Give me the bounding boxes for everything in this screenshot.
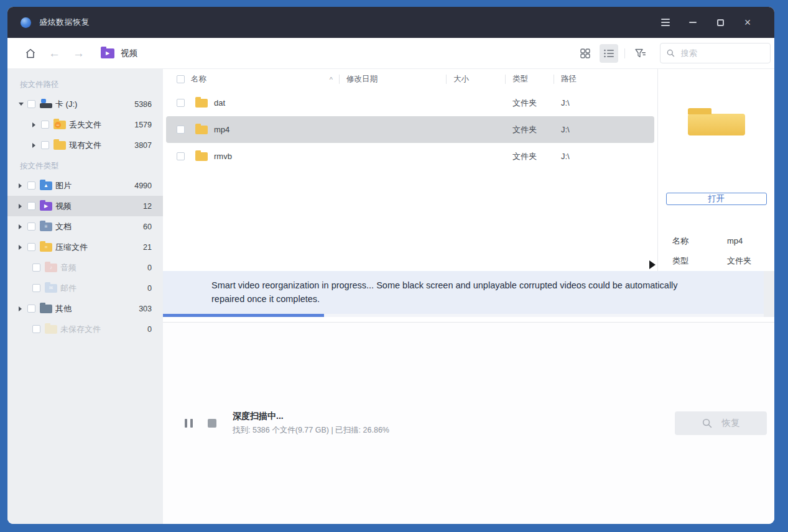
sidebar-item-lost-files[interactable]: − 丢失文件 1579 — [7, 114, 163, 135]
navigation-toolbar: ← → ▶ 视频 — [7, 38, 774, 69]
recover-button[interactable]: 恢复 — [675, 411, 767, 435]
sidebar-item-archives[interactable]: = 压缩文件 21 — [7, 237, 163, 257]
back-button[interactable]: ← — [49, 47, 60, 60]
pictures-folder-icon: ▲ — [40, 181, 52, 190]
close-button[interactable]: × — [738, 13, 757, 32]
sidebar-item-documents[interactable]: ≡ 文档 60 — [7, 216, 163, 237]
pause-button[interactable] — [185, 419, 193, 428]
sidebar-section-by-path: 按文件路径 — [7, 75, 163, 94]
minimize-icon — [689, 22, 697, 23]
sidebar-item-label: 丢失文件 — [69, 119, 134, 131]
checkbox[interactable] — [27, 243, 35, 251]
sidebar-item-count: 0 — [147, 264, 152, 272]
drive-icon — [40, 103, 52, 108]
sidebar-item-others[interactable]: 其他 303 — [7, 298, 163, 319]
checkbox[interactable] — [41, 141, 49, 149]
expander-right-icon[interactable] — [32, 143, 41, 148]
expander-right-icon[interactable] — [19, 306, 27, 311]
sidebar-item-unsaved-files[interactable]: 未保存文件 0 — [7, 319, 163, 339]
forward-arrow-icon: → — [73, 47, 85, 60]
grid-view-button[interactable] — [576, 44, 595, 63]
sidebar: 按文件路径 卡 (J:) 5386 − 丢失文件 1579 现有文件 3 — [7, 69, 163, 524]
expander-right-icon[interactable] — [19, 224, 27, 229]
open-button[interactable]: 打开 — [666, 193, 767, 205]
minimize-button[interactable] — [684, 13, 702, 32]
pause-icon — [185, 419, 187, 428]
expander-right-icon[interactable] — [32, 122, 41, 127]
checkbox[interactable] — [32, 284, 40, 292]
sidebar-item-count: 4990 — [134, 181, 152, 190]
expander-right-icon[interactable] — [19, 245, 27, 250]
preview-folder-icon — [688, 114, 745, 135]
file-type: 文件夹 — [505, 124, 554, 135]
checkbox[interactable] — [32, 264, 40, 272]
notification-text: Smart video reorganization in progress..… — [163, 271, 735, 314]
sidebar-item-email[interactable]: ✉ 邮件 0 — [7, 278, 163, 298]
sidebar-item-label: 视频 — [55, 201, 143, 212]
sidebar-item-audio[interactable]: ♪ 音频 0 — [7, 257, 163, 278]
file-path: J:\ — [554, 98, 654, 108]
scan-status-title: 深度扫描中... — [233, 411, 389, 422]
column-header-size[interactable]: 大小 — [446, 69, 505, 89]
expander-right-icon[interactable] — [19, 204, 27, 209]
status-bar: 深度扫描中... 找到: 5386 个文件(9.77 GB) | 已扫描: 26… — [163, 322, 774, 525]
filter-button[interactable] — [631, 44, 650, 63]
checkbox[interactable] — [27, 222, 35, 231]
table-header: 名称 ^ 修改日期 大小 类型 路径 — [163, 69, 657, 89]
search-input[interactable] — [681, 48, 764, 58]
documents-folder-icon: ≡ — [40, 222, 52, 231]
maximize-button[interactable] — [711, 13, 730, 32]
column-header-path[interactable]: 路径 — [554, 69, 657, 89]
unsaved-folder-icon — [45, 325, 57, 334]
checkbox[interactable] — [27, 202, 35, 210]
app-title: 盛炫数据恢复 — [39, 17, 90, 28]
hamburger-icon — [661, 19, 670, 26]
list-view-button[interactable] — [600, 44, 618, 63]
sidebar-item-label: 图片 — [55, 180, 134, 191]
list-view-icon — [604, 49, 614, 58]
folder-icon — [195, 126, 208, 134]
preview-name-value: mp4 — [727, 236, 743, 245]
sidebar-item-count: 1579 — [134, 121, 152, 129]
sidebar-item-label: 压缩文件 — [55, 242, 143, 253]
file-row[interactable]: dat 文件夹 J:\ — [166, 89, 654, 116]
sort-ascending-icon[interactable]: ^ — [330, 76, 333, 83]
column-header-modified[interactable]: 修改日期 — [339, 69, 446, 89]
checkbox[interactable] — [27, 100, 35, 108]
stop-button[interactable] — [208, 419, 216, 428]
breadcrumb[interactable]: ▶ 视频 — [101, 48, 137, 59]
sidebar-item-count: 60 — [143, 222, 152, 231]
row-checkbox[interactable] — [177, 126, 185, 134]
column-header-type[interactable]: 类型 — [505, 69, 554, 89]
sidebar-item-label: 其他 — [55, 303, 139, 314]
sidebar-item-label: 音频 — [60, 262, 147, 273]
home-button[interactable] — [25, 48, 36, 59]
menu-button[interactable] — [656, 13, 675, 32]
sidebar-item-drive-j[interactable]: 卡 (J:) 5386 — [7, 94, 163, 114]
app-window: 盛炫数据恢复 × ← → ▶ 视频 — [7, 7, 774, 524]
sidebar-item-existing-files[interactable]: 现有文件 3807 — [7, 135, 163, 155]
expander-right-icon[interactable] — [19, 183, 27, 188]
collapse-preview-arrow-icon[interactable] — [649, 260, 656, 269]
audio-folder-icon: ♪ — [45, 264, 57, 272]
checkbox[interactable] — [27, 305, 35, 313]
sidebar-item-count: 0 — [147, 284, 152, 293]
expander-down-icon[interactable] — [19, 103, 27, 106]
row-checkbox[interactable] — [177, 99, 185, 107]
column-header-name[interactable]: 名称 ^ — [163, 69, 339, 89]
preview-type-value: 文件夹 — [727, 255, 751, 267]
checkbox[interactable] — [27, 181, 35, 190]
file-row-selected[interactable]: mp4 文件夹 J:\ — [166, 116, 654, 143]
file-row[interactable]: rmvb 文件夹 J:\ — [166, 143, 654, 170]
sidebar-item-pictures[interactable]: ▲ 图片 4990 — [7, 175, 163, 196]
forward-button[interactable]: → — [73, 47, 85, 60]
sidebar-item-videos[interactable]: ▶ 视频 12 — [7, 196, 163, 216]
file-list: 名称 ^ 修改日期 大小 类型 路径 dat — [163, 69, 657, 271]
checkbox[interactable] — [41, 121, 49, 129]
email-folder-icon: ✉ — [45, 284, 57, 293]
folder-icon — [195, 152, 208, 161]
select-all-checkbox[interactable] — [177, 75, 185, 83]
checkbox[interactable] — [32, 325, 40, 333]
row-checkbox[interactable] — [177, 152, 185, 160]
filter-icon — [635, 48, 646, 58]
